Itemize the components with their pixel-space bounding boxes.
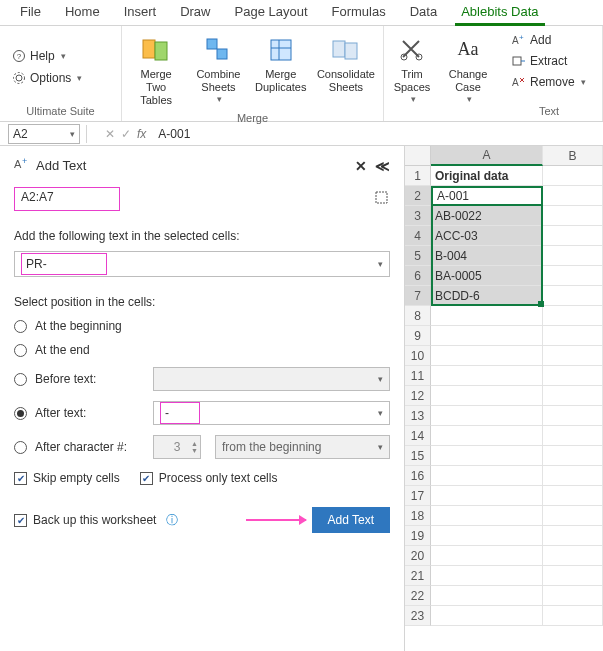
row-header[interactable]: 11 [405,366,431,386]
before-text-select[interactable]: ▾ [153,367,390,391]
change-case[interactable]: Aa Change Case▾ [446,30,490,107]
cell[interactable] [543,226,603,246]
cell[interactable] [543,286,603,306]
cell[interactable] [543,426,603,446]
row-header[interactable]: 16 [405,466,431,486]
after-text-select[interactable]: - ▾ [153,401,390,425]
row-header[interactable]: 6 [405,266,431,286]
row-header[interactable]: 12 [405,386,431,406]
row-header[interactable]: 21 [405,566,431,586]
cell[interactable] [543,546,603,566]
row-header[interactable]: 9 [405,326,431,346]
row-header[interactable]: 4 [405,226,431,246]
cell[interactable] [543,366,603,386]
cell[interactable] [543,346,603,366]
row-header[interactable]: 8 [405,306,431,326]
from-position-select[interactable]: from the beginning▾ [215,435,390,459]
cell[interactable]: AB-0022 [431,206,543,226]
combine-sheets[interactable]: Combine Sheets▾ [190,30,246,107]
cell[interactable] [543,246,603,266]
chk-skip-empty[interactable]: ✔ Skip empty cells [14,471,120,485]
chk-text-only[interactable]: ✔ Process only text cells [140,471,278,485]
cell[interactable]: Original data [431,166,543,186]
cell[interactable] [543,266,603,286]
cell[interactable] [431,346,543,366]
cell[interactable] [543,206,603,226]
cell[interactable] [431,446,543,466]
cell[interactable] [431,566,543,586]
cell[interactable] [543,586,603,606]
row-header[interactable]: 19 [405,526,431,546]
cell[interactable] [543,486,603,506]
close-icon[interactable]: ✕ [355,158,367,174]
select-all[interactable] [405,146,431,166]
cell[interactable] [431,506,543,526]
cell[interactable] [431,306,543,326]
tab-data[interactable]: Data [398,0,449,25]
col-header-B[interactable]: B [543,146,603,166]
help-button[interactable]: ? Help▾ [6,46,72,66]
fx-icon[interactable]: fx [137,127,146,141]
tab-ablebits[interactable]: Ablebits Data [449,0,550,25]
row-header[interactable]: 7 [405,286,431,306]
cell[interactable] [431,546,543,566]
row-header[interactable]: 23 [405,606,431,626]
row-header[interactable]: 18 [405,506,431,526]
cell[interactable] [431,386,543,406]
tab-insert[interactable]: Insert [112,0,169,25]
formula-input[interactable]: A-001 [156,125,603,143]
cell[interactable] [543,306,603,326]
cell[interactable] [543,566,603,586]
col-header-A[interactable]: A [431,146,543,166]
text-add[interactable]: A+ Add [506,30,557,50]
row-header[interactable]: 20 [405,546,431,566]
chk-backup[interactable]: ✔ Back up this worksheet ⓘ [14,512,178,529]
text-extract[interactable]: Extract [506,51,573,71]
cell[interactable] [543,526,603,546]
range-picker-icon[interactable] [374,190,390,209]
row-header[interactable]: 15 [405,446,431,466]
row-header[interactable]: 17 [405,486,431,506]
char-number-input[interactable]: 3▲▼ [153,435,201,459]
cell[interactable]: A-001 [431,186,543,206]
row-header[interactable]: 10 [405,346,431,366]
text-to-add-input[interactable]: PR- ▾ [14,251,390,277]
cell[interactable] [431,406,543,426]
radio-beginning[interactable]: At the beginning [14,319,390,333]
text-remove[interactable]: A Remove▾ [506,72,592,92]
radio-before-text[interactable]: Before text: ▾ [14,367,390,391]
cell[interactable] [543,466,603,486]
row-header[interactable]: 2 [405,186,431,206]
merge-duplicates[interactable]: Merge Duplicates [253,30,309,96]
cell[interactable] [431,426,543,446]
tab-file[interactable]: File [8,0,53,25]
help-icon[interactable]: ⓘ [166,512,178,529]
row-header[interactable]: 5 [405,246,431,266]
cell[interactable] [431,526,543,546]
cell[interactable] [431,326,543,346]
cell[interactable] [543,326,603,346]
tab-pagelayout[interactable]: Page Layout [223,0,320,25]
cell[interactable]: BCDD-6 [431,286,543,306]
cancel-icon[interactable]: ✕ [105,127,115,141]
tab-draw[interactable]: Draw [168,0,222,25]
collapse-icon[interactable]: ≪ [375,158,390,174]
row-header[interactable]: 22 [405,586,431,606]
cell[interactable] [431,606,543,626]
radio-end[interactable]: At the end [14,343,390,357]
row-header[interactable]: 13 [405,406,431,426]
cell[interactable] [543,386,603,406]
name-box[interactable]: A2 ▾ [8,124,80,144]
cell[interactable] [543,406,603,426]
tab-home[interactable]: Home [53,0,112,25]
add-text-button[interactable]: Add Text [312,507,390,533]
cell[interactable] [431,486,543,506]
row-header[interactable]: 3 [405,206,431,226]
options-button[interactable]: Options▾ [6,68,88,88]
merge-two-tables[interactable]: Merge Two Tables [128,30,184,110]
cell[interactable] [543,166,603,186]
cell[interactable] [543,506,603,526]
row-header[interactable]: 14 [405,426,431,446]
cell[interactable] [431,366,543,386]
cell[interactable] [543,446,603,466]
